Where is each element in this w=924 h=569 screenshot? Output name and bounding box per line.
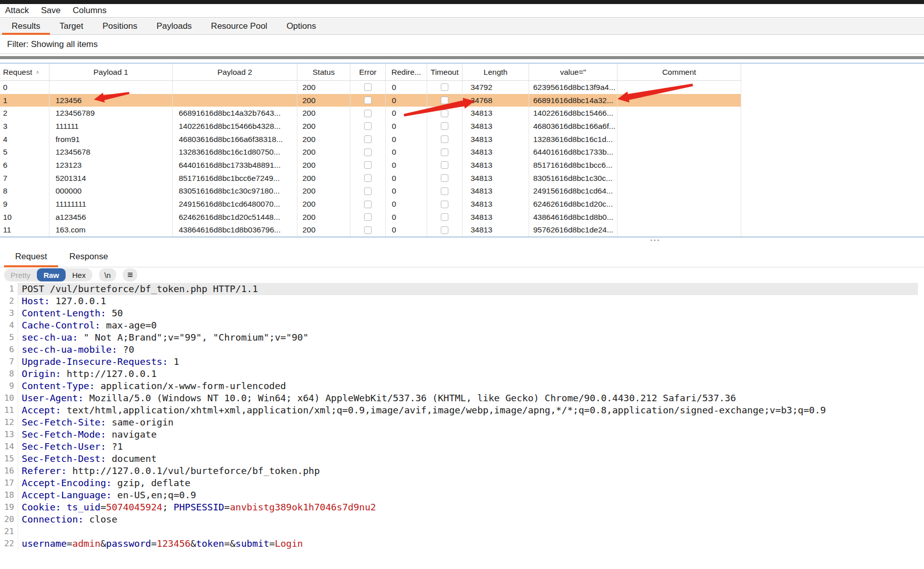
- timeout-checkbox[interactable]: [441, 213, 448, 221]
- tab-target[interactable]: Target: [50, 18, 93, 34]
- table-row[interactable]: 112345620003476866891616d8bc14a32...: [0, 94, 741, 107]
- table-row[interactable]: 020003479262395616d8bc13f9a4...: [0, 81, 741, 94]
- request-line: 3Content-Length: 50: [0, 307, 924, 319]
- timeout-checkbox[interactable]: [441, 122, 448, 130]
- error-checkbox[interactable]: [364, 122, 372, 130]
- table-body: 020003479262395616d8bc13f9a4...112345620…: [0, 81, 741, 236]
- timeout-checkbox[interactable]: [441, 161, 448, 169]
- error-checkbox[interactable]: [364, 187, 372, 195]
- line-number: 1: [0, 283, 18, 295]
- column-header-payload2[interactable]: Payload 2: [173, 64, 297, 80]
- line-number: 8: [0, 368, 18, 380]
- splitter-handle-icon[interactable]: •••: [650, 237, 661, 243]
- timeout-checkbox[interactable]: [441, 97, 448, 104]
- newline-toggle-button[interactable]: \n: [99, 268, 117, 281]
- request-line: 5sec-ch-ua: " Not A;Brand";v="99", "Chro…: [0, 331, 924, 344]
- request-line: 1POST /vul/burteforce/bf_token.php HTTP/…: [0, 283, 924, 295]
- column-header-payload1[interactable]: Payload 1: [49, 64, 173, 80]
- filter-text: Filter: Showing all items: [7, 39, 98, 50]
- panel-splitter[interactable]: [0, 236, 924, 238]
- column-header-status[interactable]: Status: [297, 64, 350, 80]
- menu-item-attack[interactable]: Attack: [5, 6, 29, 16]
- table-row[interactable]: 91111111124915616d8bc1cd6480070...200034…: [0, 198, 741, 211]
- line-number: 5: [0, 331, 18, 344]
- request-line: 10User-Agent: Mozilla/5.0 (Windows NT 10…: [0, 392, 924, 404]
- error-checkbox[interactable]: [364, 97, 372, 104]
- request-line: 18Accept-Language: en-US,en;q=0.9: [0, 489, 924, 501]
- column-header-timeout[interactable]: Timeout: [427, 64, 463, 80]
- panel-separator: [0, 56, 924, 59]
- sort-asc-icon: ∧: [36, 69, 39, 75]
- raw-button[interactable]: Raw: [37, 268, 66, 281]
- error-checkbox[interactable]: [364, 135, 372, 143]
- error-checkbox[interactable]: [364, 226, 372, 234]
- error-checkbox[interactable]: [364, 161, 372, 169]
- table-row[interactable]: 10a12345662462616d8bc1d20c51448...200034…: [0, 211, 741, 224]
- error-checkbox[interactable]: [364, 110, 372, 117]
- hex-button[interactable]: Hex: [66, 268, 92, 281]
- timeout-checkbox[interactable]: [441, 201, 448, 208]
- editor-tab-response[interactable]: Response: [58, 247, 119, 267]
- menu-item-columns[interactable]: Columns: [73, 6, 107, 16]
- column-header-error[interactable]: Error: [350, 64, 386, 80]
- line-number: 10: [0, 392, 18, 404]
- timeout-checkbox[interactable]: [441, 83, 448, 91]
- results-table: Request∧Payload 1Payload 2StatusErrorRed…: [0, 64, 741, 236]
- error-checkbox[interactable]: [364, 201, 372, 208]
- error-checkbox[interactable]: [364, 149, 372, 156]
- editor-menu-button[interactable]: ≡: [123, 268, 137, 281]
- error-checkbox[interactable]: [364, 174, 372, 182]
- editor-tabs: RequestResponse: [0, 247, 924, 267]
- table-row[interactable]: 612312364401616d8bc1733b48891...20003481…: [0, 159, 741, 172]
- editor-tab-request[interactable]: Request: [4, 247, 58, 267]
- column-header-comment[interactable]: Comment: [618, 64, 741, 80]
- tab-results[interactable]: Results: [2, 18, 50, 34]
- tab-options[interactable]: Options: [277, 18, 326, 34]
- line-number: 3: [0, 307, 18, 319]
- pretty-button[interactable]: Pretty: [4, 268, 37, 281]
- request-line: 22username=admin&password=123456&token=&…: [0, 538, 924, 550]
- request-line: 7Upgrade-Insecure-Requests: 1: [0, 356, 924, 368]
- table-row[interactable]: 7520131485171616d8bc1bcc6e7249...2000348…: [0, 172, 741, 185]
- column-header-redirect[interactable]: Redire...: [386, 64, 427, 80]
- request-line: 12Sec-Fetch-Site: same-origin: [0, 416, 924, 429]
- request-line: 16Referer: http://127.0.0.1/vul/burtefor…: [0, 465, 924, 477]
- timeout-checkbox[interactable]: [441, 226, 448, 234]
- tab-resource-pool[interactable]: Resource Pool: [201, 18, 277, 34]
- line-number: 9: [0, 380, 18, 392]
- timeout-checkbox[interactable]: [441, 110, 448, 117]
- timeout-checkbox[interactable]: [441, 149, 448, 156]
- hamburger-icon: ≡: [127, 269, 133, 280]
- error-checkbox[interactable]: [364, 213, 372, 221]
- table-row[interactable]: 11163.com43864616d8bc1d8b036796...200034…: [0, 224, 741, 237]
- timeout-checkbox[interactable]: [441, 187, 448, 195]
- line-number: 6: [0, 344, 18, 356]
- line-number: 13: [0, 429, 18, 441]
- line-number: 16: [0, 465, 18, 477]
- menu-bar: AttackSaveColumns: [0, 4, 924, 18]
- column-header-value[interactable]: value=": [529, 64, 618, 80]
- column-header-request[interactable]: Request∧: [0, 64, 49, 80]
- table-row[interactable]: 212345678966891616d8bc14a32b7643...20003…: [0, 107, 741, 120]
- timeout-checkbox[interactable]: [441, 174, 448, 182]
- filter-bar[interactable]: Filter: Showing all items: [0, 35, 924, 54]
- tab-payloads[interactable]: Payloads: [147, 18, 201, 34]
- table-row[interactable]: 800000083051616d8bc1c30c97180...20003481…: [0, 185, 741, 198]
- line-number: 7: [0, 356, 18, 368]
- request-line: 20Connection: close: [0, 513, 924, 526]
- tab-positions[interactable]: Positions: [93, 18, 147, 34]
- request-line: 6sec-ch-ua-mobile: ?0: [0, 344, 924, 356]
- request-line: 15Sec-Fetch-Dest: document: [0, 453, 924, 465]
- table-row[interactable]: 4from9146803616d8bc166a6f38318...2000348…: [0, 133, 741, 146]
- line-number: 21: [0, 526, 18, 538]
- menu-item-save[interactable]: Save: [41, 6, 61, 16]
- timeout-checkbox[interactable]: [441, 135, 448, 143]
- table-row[interactable]: 311111114022616d8bc15466b4328...20003481…: [0, 120, 741, 133]
- column-header-length[interactable]: Length: [463, 64, 529, 80]
- request-editor[interactable]: 1POST /vul/burteforce/bf_token.php HTTP/…: [0, 283, 924, 550]
- table-row[interactable]: 51234567813283616d8bc16c1d80750...200034…: [0, 146, 741, 159]
- line-number: 17: [0, 477, 18, 489]
- error-checkbox[interactable]: [364, 83, 372, 91]
- line-number: 14: [0, 441, 18, 453]
- line-number: 19: [0, 501, 18, 513]
